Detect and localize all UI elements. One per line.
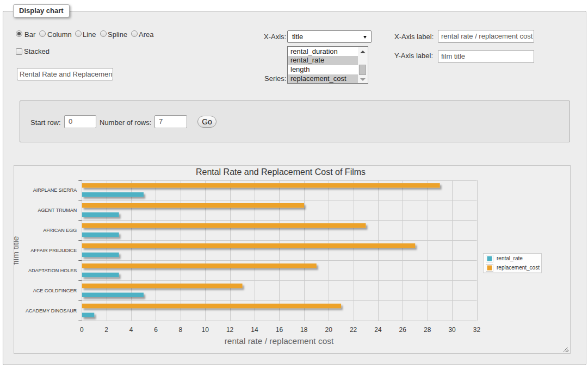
svg-text:18: 18 bbox=[300, 326, 308, 334]
svg-text:2: 2 bbox=[104, 326, 108, 334]
svg-text:0: 0 bbox=[80, 326, 84, 334]
svg-text:16: 16 bbox=[276, 326, 283, 334]
svg-text:8: 8 bbox=[179, 326, 183, 334]
svg-text:6: 6 bbox=[154, 326, 158, 334]
svg-text:AFFAIR PREJUDICE: AFFAIR PREJUDICE bbox=[30, 248, 77, 253]
svg-text:ACE GOLDFINGER: ACE GOLDFINGER bbox=[33, 288, 77, 293]
svg-text:replacement_cost: replacement_cost bbox=[497, 265, 540, 271]
svg-text:AGENT TRUMAN: AGENT TRUMAN bbox=[38, 208, 77, 213]
svg-text:ADAPTATION HOLES: ADAPTATION HOLES bbox=[28, 268, 77, 273]
svg-text:28: 28 bbox=[424, 326, 431, 334]
svg-text:24: 24 bbox=[374, 326, 382, 334]
svg-text:30: 30 bbox=[448, 326, 456, 334]
svg-text:rental rate / replacement cost: rental rate / replacement cost bbox=[225, 336, 334, 346]
svg-text:AIRPLANE SIERRA: AIRPLANE SIERRA bbox=[33, 187, 77, 193]
svg-text:rental_rate: rental_rate bbox=[497, 255, 523, 261]
svg-text:ACADEMY DINOSAUR: ACADEMY DINOSAUR bbox=[26, 308, 77, 313]
svg-text:32: 32 bbox=[473, 326, 481, 334]
svg-text:AFRICAN EGG: AFRICAN EGG bbox=[43, 228, 77, 233]
svg-text:14: 14 bbox=[251, 326, 258, 334]
svg-text:20: 20 bbox=[325, 326, 333, 334]
svg-text:Rental Rate and Replacement Co: Rental Rate and Replacement Cost of Film… bbox=[196, 167, 366, 177]
svg-text:22: 22 bbox=[350, 326, 357, 334]
svg-text:26: 26 bbox=[399, 326, 407, 334]
svg-text:10: 10 bbox=[202, 326, 209, 334]
svg-text:film title: film title bbox=[14, 236, 20, 265]
svg-text:12: 12 bbox=[226, 326, 234, 334]
svg-text:4: 4 bbox=[129, 326, 133, 334]
